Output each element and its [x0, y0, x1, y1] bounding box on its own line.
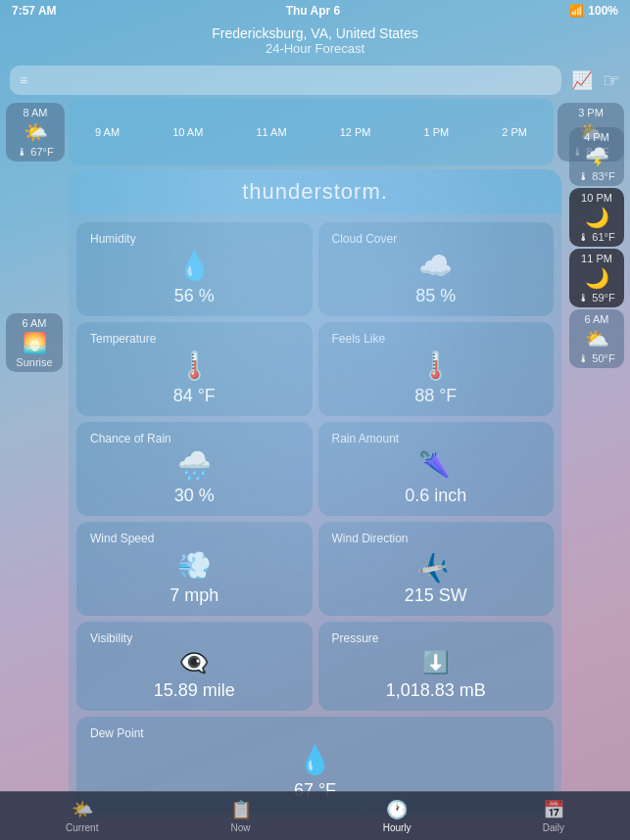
pressure-label: Pressure — [332, 631, 379, 645]
hour-item-8am[interactable]: 8 AM 🌤️ 🌡 67°F — [6, 103, 65, 162]
dew-point-icon: 💧 — [298, 744, 332, 776]
tab-current-label: Current — [66, 822, 98, 833]
left-6am-column: 6 AM 🌅 Sunrise — [4, 313, 65, 372]
cloud-cover-icon: ☁️ — [418, 250, 453, 282]
tab-hourly-icon: 🕐 — [386, 799, 408, 820]
feels-like-value: 88 °F — [414, 386, 457, 406]
tab-current[interactable]: 🌤️ Current — [66, 799, 98, 833]
weather-condition-title: thunderstorm. — [69, 169, 561, 214]
list-icon: ≡ — [20, 72, 27, 88]
rain-amount-cell: Rain Amount 🌂 0.6 inch — [318, 422, 555, 516]
wind-speed-value: 7 mph — [170, 585, 218, 606]
tab-daily-label: Daily — [543, 822, 564, 833]
tab-hourly-label: Hourly — [383, 822, 412, 833]
rain-amount-label: Rain Amount — [332, 432, 400, 445]
temperature-cell: Temperature 🌡️ 84 °F — [76, 322, 313, 416]
chance-of-rain-icon: 🌧️ — [177, 449, 212, 482]
hourly-scroll[interactable]: 8 AM 🌤️ 🌡 67°F 9 AM 10 AM 11 AM 12 PM 1 … — [0, 99, 630, 165]
rain-amount-icon: 🌂 — [418, 449, 453, 482]
temperature-label: Temperature — [90, 332, 156, 346]
visibility-icon: 👁️‍🗨️ — [179, 649, 209, 677]
wind-direction-icon: ✈️ — [422, 550, 449, 582]
hour-item-6am-left[interactable]: 6 AM 🌅 Sunrise — [6, 313, 63, 372]
status-indicators: 📶 100% — [569, 4, 618, 18]
chance-of-rain-value: 30 % — [174, 486, 215, 506]
pressure-value: 1,018.83 mB — [386, 680, 486, 701]
status-time: 7:57 AM — [12, 4, 57, 18]
temperature-icon: 🌡️ — [177, 350, 212, 382]
toolbar: ≡ 📈 ☞ — [0, 62, 630, 99]
wind-speed-label: Wind Speed — [90, 532, 154, 545]
cloud-cover-value: 85 % — [415, 286, 456, 306]
wind-speed-cell: Wind Speed 💨 7 mph — [76, 522, 313, 616]
tab-daily-icon: 📅 — [543, 799, 564, 820]
tab-daily[interactable]: 📅 Daily — [543, 799, 564, 833]
visibility-value: 15.89 mile — [154, 680, 235, 701]
tab-now-icon: 📋 — [230, 799, 252, 820]
wind-direction-cell: Wind Direction ✈️ 215 SW — [318, 522, 555, 616]
humidity-cell: Humidity 💧 56 % — [76, 222, 313, 316]
wifi-icon: 📶 — [569, 4, 584, 18]
tab-now-label: Now — [231, 822, 251, 833]
temperature-value: 84 °F — [173, 386, 216, 406]
right-hour-column: 4 PM 🌩️ 🌡 83°F 10 PM 🌙 🌡 61°F 11 PM 🌙 🌡 … — [567, 127, 626, 368]
tab-now[interactable]: 📋 Now — [230, 799, 252, 833]
chance-of-rain-cell: Chance of Rain 🌧️ 30 % — [76, 422, 313, 516]
search-bar[interactable]: ≡ — [10, 66, 561, 95]
cursor-icon[interactable]: ☞ — [603, 69, 620, 92]
humidity-value: 56 % — [174, 286, 215, 306]
cloud-cover-cell: Cloud Cover ☁️ 85 % — [318, 222, 555, 316]
wind-speed-icon: 💨 — [177, 549, 212, 582]
feels-like-label: Feels Like — [332, 332, 386, 346]
weather-detail-card: thunderstorm. Humidity 💧 56 % Cloud Cove… — [69, 169, 561, 818]
hour-item-11pm[interactable]: 11 PM 🌙 🌡 59°F — [569, 249, 624, 307]
feels-like-cell: Feels Like 🌡️ 88 °F — [318, 322, 555, 416]
hour-item-4pm[interactable]: 4 PM 🌩️ 🌡 83°F — [569, 127, 624, 186]
status-day: Thu Apr 6 — [286, 4, 341, 18]
cloud-cover-label: Cloud Cover — [332, 232, 398, 246]
chance-of-rain-label: Chance of Rain — [90, 432, 171, 445]
feels-like-icon: 🌡️ — [418, 350, 453, 382]
dew-point-label: Dew Point — [90, 726, 144, 740]
battery-level: 100% — [588, 4, 618, 18]
hour-item-10pm[interactable]: 10 PM 🌙 🌡 61°F — [569, 188, 624, 247]
wind-direction-value: 215 SW — [405, 585, 467, 606]
humidity-label: Humidity — [90, 232, 136, 246]
active-hours-region[interactable]: 9 AM 10 AM 11 AM 12 PM 1 PM 2 PM — [69, 99, 554, 165]
tab-current-icon: 🌤️ — [72, 799, 93, 820]
chart-icon[interactable]: 📈 — [571, 70, 593, 91]
tab-bar: 🌤️ Current 📋 Now 🕐 Hourly 📅 Daily — [0, 791, 630, 840]
visibility-label: Visibility — [90, 631, 132, 645]
pressure-cell: Pressure ⬇️ 1,018.83 mB — [318, 622, 555, 711]
visibility-cell: Visibility 👁️‍🗨️ 15.89 mile — [76, 622, 313, 711]
forecast-subtitle: 24-Hour Forecast — [0, 41, 630, 56]
wind-direction-label: Wind Direction — [332, 532, 409, 545]
hour-item-6am-right[interactable]: 6 AM ⛅ 🌡 50°F — [569, 309, 624, 368]
pressure-icon: ⬇️ — [422, 650, 449, 676]
location-text: Fredericksburg, VA, United States — [0, 25, 630, 41]
stats-grid: Humidity 💧 56 % Cloud Cover ☁️ 85 % Temp… — [69, 214, 561, 818]
status-bar: 7:57 AM Thu Apr 6 📶 100% — [0, 0, 630, 22]
rain-amount-value: 0.6 inch — [405, 486, 466, 506]
humidity-icon: 💧 — [177, 250, 212, 282]
tab-hourly[interactable]: 🕐 Hourly — [383, 799, 412, 833]
header: Fredericksburg, VA, United States 24-Hou… — [0, 22, 630, 62]
